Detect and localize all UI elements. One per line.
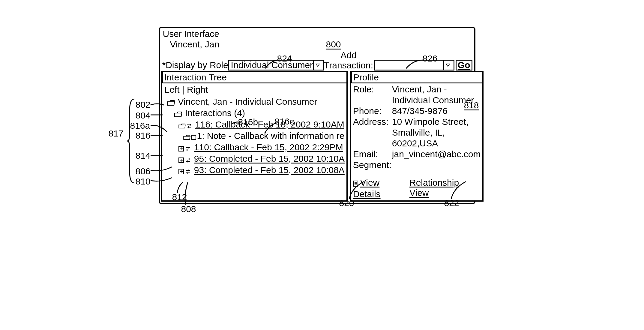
tree-item[interactable]: 95: Completed - Feb 15, 2002 10:10A [164,154,345,165]
panels-row: Interaction Tree Left | Right Vincent, J… [160,71,474,203]
transfer-arrows-icon [185,143,191,154]
callout-824: 824 [277,53,292,64]
email-value: jan_vincent@abc.com [392,149,481,160]
callout-816: 816 [136,130,151,141]
window-header: User Interface Vincent, Jan 800 [160,28,474,50]
role-select[interactable]: Individual Consumer [228,60,324,70]
callout-814: 814 [136,151,151,161]
svg-marker-1 [446,64,450,66]
document-icon [353,179,359,189]
segment-label: Segment: [353,160,392,170]
profile-fields: Role: Vincent, Jan - Individual Consumer… [353,84,481,170]
callout-816c: 816c [275,116,294,127]
callout-826: 826 [423,53,438,64]
interaction-tree-title: Interaction Tree [162,72,346,83]
tree-item[interactable]: 93: Completed - Feb 15, 2002 10:08A [164,165,345,176]
folder-open-icon [183,132,190,142]
figure-number-818: 818 [464,100,479,110]
expand-plus-icon [178,155,184,165]
brace-icon [127,99,136,183]
svg-marker-0 [316,64,319,66]
callout-817: 817 [109,128,124,139]
folder-open-icon [167,98,175,108]
add-transaction-label: Add Transaction: [324,50,373,70]
relationship-view-link[interactable]: Relationship View [409,178,481,199]
view-details-link[interactable]: View Details [353,178,409,199]
email-label: Email: [353,149,392,160]
svg-rect-2 [192,135,196,140]
address-label: Address: [353,116,392,127]
interaction-tree: Vincent, Jan - Individual Consumer Inter… [164,97,345,176]
folder-open-icon [178,121,186,131]
callout-816b: 816b [238,117,258,127]
note-icon [191,132,196,142]
window-subtitle: Vincent, Jan [163,39,308,50]
folder-open-icon [174,109,182,119]
callout-804: 804 [136,110,151,121]
transfer-arrows-icon [186,121,192,131]
profile-panel: Profile 818 Role: Vincent, Jan - Individ… [350,71,484,202]
callout-820: 820 [339,198,354,208]
chevron-down-icon [443,61,452,70]
chevron-down-icon [313,61,321,70]
callout-810: 810 [136,176,151,187]
interaction-tree-panel: Interaction Tree Left | Right Vincent, J… [161,71,348,202]
diagram-canvas: User Interface Vincent, Jan 800 *Display… [100,9,544,219]
window-title: User Interface [163,29,308,39]
transfer-arrows-icon [185,166,191,176]
expand-plus-icon [178,143,184,154]
callout-822: 822 [444,198,459,208]
display-by-role-label: *Display by Role [162,60,228,70]
phone-label: Phone: [353,106,392,116]
transfer-arrows-icon [185,155,191,165]
go-button[interactable]: Go [456,60,472,70]
callout-808: 808 [181,204,196,214]
callout-802: 802 [136,100,151,110]
expand-plus-icon [178,166,184,176]
role-label: Role: [353,84,392,106]
segment-value [392,160,481,170]
profile-title: Profile [351,72,483,83]
callout-816a: 816a [130,121,150,131]
callout-806: 806 [136,166,151,176]
transaction-select[interactable] [374,60,454,70]
figure-number-800: 800 [326,39,341,50]
tree-item[interactable]: 1: Note - Callback with information re [164,131,345,142]
role-select-value: Individual Consumer [231,60,313,70]
tree-item[interactable]: 110: Callback - Feb 15, 2002 2:29PM [164,142,345,154]
address-value-1: 10 Wimpole Street, [392,116,481,127]
tree-root[interactable]: Vincent, Jan - Individual Consumer [164,97,345,108]
address-value-2: Smallville, IL, 60202,USA [392,127,481,149]
callout-812: 812 [172,192,187,202]
tree-nav[interactable]: Left | Right [164,84,345,97]
